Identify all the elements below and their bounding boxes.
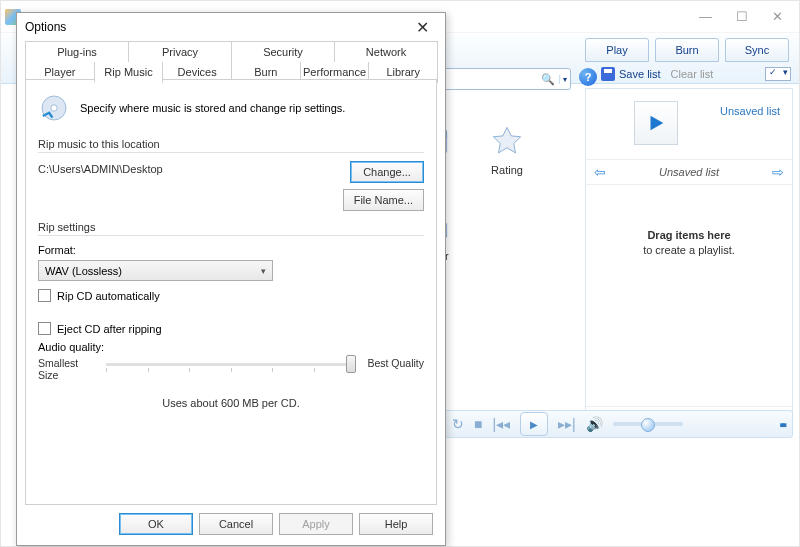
rip-path: C:\Users\ADMIN\Desktop bbox=[38, 161, 335, 175]
playlist-title: Unsaved list bbox=[720, 105, 780, 117]
divider bbox=[38, 235, 424, 236]
stop-icon[interactable]: ■ bbox=[474, 416, 482, 432]
rip-music-panel: Specify where music is stored and change… bbox=[25, 79, 437, 505]
tab-security[interactable]: Security bbox=[231, 41, 335, 62]
next-track-icon[interactable]: ▸▸| bbox=[558, 416, 576, 432]
search-input[interactable]: 🔍 ▾ bbox=[441, 68, 571, 90]
settings-legend: Rip settings bbox=[38, 221, 424, 233]
change-button[interactable]: Change... bbox=[350, 161, 424, 183]
maximize-button[interactable]: ☐ bbox=[736, 9, 748, 24]
rip-auto-checkbox[interactable]: Rip CD automatically bbox=[38, 289, 424, 302]
location-legend: Rip music to this location bbox=[38, 138, 424, 150]
play-button[interactable]: ▶ bbox=[520, 412, 548, 436]
window-controls: — ☐ ✕ bbox=[699, 9, 795, 24]
size-note: Uses about 600 MB per CD. bbox=[38, 397, 424, 409]
rip-auto-label: Rip CD automatically bbox=[57, 290, 160, 302]
format-label: Format: bbox=[38, 244, 424, 256]
player-controls: ↯ ↻ ■ |◂◂ ▶ ▸▸| 🔊 ▪▪ bbox=[421, 410, 793, 438]
rating-label: Rating bbox=[491, 164, 523, 176]
chevron-down-icon: ▾ bbox=[261, 266, 266, 276]
next-arrow-icon[interactable]: ⇨ bbox=[772, 164, 784, 180]
checkbox-icon bbox=[38, 322, 51, 335]
drop-title: Drag items here bbox=[598, 229, 780, 241]
play-icon bbox=[645, 112, 667, 134]
save-list-label: Save list bbox=[619, 68, 661, 80]
slider-thumb[interactable] bbox=[346, 355, 356, 373]
prev-arrow-icon[interactable]: ⇦ bbox=[594, 164, 606, 180]
eject-checkbox[interactable]: Eject CD after ripping bbox=[38, 322, 424, 335]
help-icon[interactable]: ? bbox=[579, 68, 597, 86]
playlist-header: Unsaved list bbox=[586, 89, 792, 159]
dialog-title: Options bbox=[25, 20, 66, 34]
prev-track-icon[interactable]: |◂◂ bbox=[492, 416, 510, 432]
search-dropdown-icon[interactable]: ▾ bbox=[559, 75, 570, 84]
search-icon: 🔍 bbox=[541, 73, 555, 86]
svg-point-6 bbox=[51, 105, 57, 111]
volume-slider[interactable] bbox=[613, 422, 683, 426]
switch-view-icon[interactable]: ▪▪ bbox=[779, 416, 784, 433]
cancel-button[interactable]: Cancel bbox=[199, 513, 273, 535]
dialog-tabs: Plug-ins Privacy Security Network Player… bbox=[25, 41, 437, 83]
dialog-close-icon[interactable]: ✕ bbox=[407, 18, 437, 37]
best-label: Best Quality bbox=[366, 357, 424, 369]
close-button[interactable]: ✕ bbox=[772, 9, 783, 24]
intro-row: Specify where music is stored and change… bbox=[38, 92, 424, 124]
settings-group: Rip settings Format: WAV (Lossless) ▾ Ri… bbox=[38, 221, 424, 409]
file-name-button[interactable]: File Name... bbox=[343, 189, 424, 211]
clear-list-button[interactable]: Clear list bbox=[671, 68, 714, 80]
wmp-tabs: Play Burn Sync bbox=[585, 38, 789, 62]
help-button[interactable]: Help bbox=[359, 513, 433, 535]
dialog-buttons: OK Cancel Apply Help bbox=[119, 513, 433, 535]
intro-text: Specify where music is stored and change… bbox=[80, 102, 345, 114]
star-icon bbox=[490, 124, 524, 158]
repeat-icon[interactable]: ↻ bbox=[452, 416, 464, 432]
playlist-drop-zone[interactable]: Drag items here to create a playlist. bbox=[586, 185, 792, 300]
dialog-titlebar: Options ✕ bbox=[17, 13, 445, 41]
minimize-button[interactable]: — bbox=[699, 9, 712, 24]
tab-sync[interactable]: Sync bbox=[725, 38, 789, 62]
tab-plugins[interactable]: Plug-ins bbox=[25, 41, 129, 62]
quality-slider[interactable] bbox=[106, 363, 356, 366]
smallest-label: Smallest Size bbox=[38, 357, 96, 381]
list-options-menu[interactable] bbox=[765, 67, 791, 81]
checkbox-icon bbox=[38, 289, 51, 302]
eject-label: Eject CD after ripping bbox=[57, 323, 162, 335]
tab-rip-music[interactable]: Rip Music bbox=[94, 62, 164, 83]
drop-sub: to create a playlist. bbox=[598, 244, 780, 256]
format-value: WAV (Lossless) bbox=[45, 265, 122, 277]
rating-column[interactable]: Rating bbox=[490, 124, 524, 176]
cd-icon bbox=[38, 92, 70, 124]
disk-icon bbox=[601, 67, 615, 81]
location-group: Rip music to this location C:\Users\ADMI… bbox=[38, 138, 424, 211]
tab-play[interactable]: Play bbox=[585, 38, 649, 62]
tab-network[interactable]: Network bbox=[334, 41, 438, 62]
playlist-thumb bbox=[634, 101, 678, 145]
tab-burn[interactable]: Burn bbox=[655, 38, 719, 62]
ok-button[interactable]: OK bbox=[119, 513, 193, 535]
quality-slider-row: Smallest Size Best Quality bbox=[38, 357, 424, 381]
audio-quality-label: Audio quality: bbox=[38, 341, 424, 353]
volume-icon[interactable]: 🔊 bbox=[586, 416, 603, 432]
options-dialog: Options ✕ Plug-ins Privacy Security Netw… bbox=[16, 12, 446, 546]
playlist-toolbar: Save list Clear list bbox=[601, 64, 791, 84]
playlist-nav: ⇦ Unsaved list ⇨ bbox=[586, 159, 792, 185]
apply-button: Apply bbox=[279, 513, 353, 535]
tab-privacy[interactable]: Privacy bbox=[128, 41, 232, 62]
save-list-button[interactable]: Save list bbox=[601, 67, 661, 81]
playlist-panel: Unsaved list ⇦ Unsaved list ⇨ Drag items… bbox=[585, 88, 793, 432]
divider bbox=[38, 152, 424, 153]
format-select[interactable]: WAV (Lossless) ▾ bbox=[38, 260, 273, 281]
playlist-nav-label: Unsaved list bbox=[659, 166, 719, 178]
